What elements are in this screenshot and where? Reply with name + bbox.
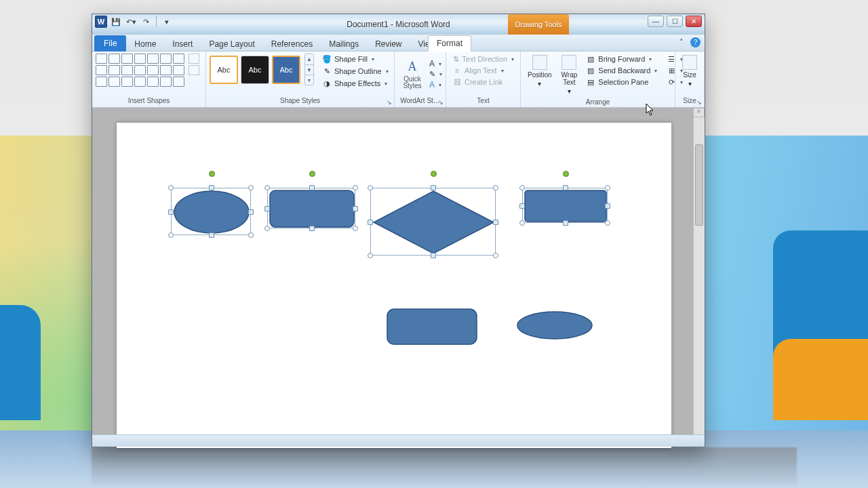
shape-option[interactable] (96, 77, 107, 87)
shape-option[interactable] (108, 54, 120, 64)
shape-option[interactable] (147, 77, 159, 87)
document-workspace[interactable]: ≡ (92, 108, 705, 434)
tab-page-layout[interactable]: Page Layout (201, 37, 262, 52)
tab-review[interactable]: Review (367, 37, 410, 52)
tab-insert[interactable]: Insert (164, 37, 201, 52)
edit-shape-button[interactable] (189, 54, 199, 64)
selection-diamond[interactable] (370, 188, 496, 256)
status-bar[interactable] (92, 434, 705, 447)
split-handle[interactable]: ≡ (693, 108, 705, 117)
vertical-scrollbar[interactable] (693, 117, 705, 434)
rotate-handle[interactable] (309, 171, 315, 177)
shape-option[interactable] (96, 65, 107, 75)
shape-option[interactable] (147, 54, 159, 64)
shape-option[interactable] (108, 77, 120, 87)
shape-fill-button[interactable]: 🪣Shape Fill▾ (319, 54, 391, 64)
shape-option[interactable] (121, 65, 133, 75)
minimize-button[interactable]: — (648, 16, 664, 27)
bring-forward-button[interactable]: ▧Bring Forward▾ (583, 54, 660, 64)
shape-option[interactable] (134, 54, 146, 64)
rotate-handle[interactable] (431, 171, 437, 177)
contextual-tab-drawing-tools: Drawing Tools (508, 14, 569, 35)
title-bar[interactable]: W 💾 ↶▾ ↷ ▾ Document1 - Microsoft Word Dr… (92, 14, 705, 35)
save-button[interactable]: 💾 (110, 16, 122, 28)
group-arrange: Position▾ Wrap Text▾ ▧Bring Forward▾ ▨Se… (521, 52, 675, 107)
document-page[interactable] (117, 123, 671, 448)
shape-option[interactable] (96, 54, 107, 64)
dialog-launcher[interactable]: ↘ (437, 98, 444, 106)
deco-shape (773, 339, 868, 420)
svg-point-0 (174, 191, 249, 233)
qat-customize[interactable]: ▾ (161, 16, 173, 28)
shape-option[interactable] (160, 77, 172, 87)
shape-option[interactable] (121, 77, 133, 87)
tab-home[interactable]: Home (126, 37, 164, 52)
text-effects-button[interactable]: A▾ (429, 80, 442, 89)
app-icon[interactable]: W (95, 16, 107, 28)
rotate-handle[interactable] (209, 171, 215, 177)
tab-format[interactable]: Format (428, 35, 471, 52)
shape-option[interactable] (108, 65, 120, 75)
rotate-handle[interactable] (563, 171, 569, 177)
shape-outline-button[interactable]: ✎Shape Outline▾ (319, 66, 391, 77)
shape-option[interactable] (121, 54, 133, 64)
dialog-launcher[interactable]: ↘ (695, 98, 703, 106)
send-backward-icon: ▨ (586, 66, 595, 75)
quick-styles-button[interactable]: A (405, 60, 420, 75)
window-reflection (92, 447, 797, 488)
tab-references[interactable]: References (263, 37, 321, 52)
tab-mailings[interactable]: Mailings (321, 37, 367, 52)
dialog-launcher[interactable]: ↘ (385, 98, 393, 106)
create-link-button[interactable]: ⛓Create Link (450, 77, 517, 87)
group-text: ⇅Text Direction▾ ≡Align Text▾ ⛓Create Li… (446, 52, 521, 107)
shape-rounded-rect[interactable] (268, 188, 355, 228)
send-backward-button[interactable]: ▨Send Backward▾ (583, 65, 660, 76)
tab-file[interactable]: File (94, 35, 126, 52)
shape-effects-button[interactable]: ◑Shape Effects▾ (319, 78, 391, 89)
shape-rounded-rect[interactable] (387, 308, 477, 345)
text-outline-button[interactable]: ✎▾ (429, 70, 442, 79)
text-box-button[interactable] (189, 65, 199, 75)
scrollbar-thumb[interactable] (695, 144, 703, 226)
style-swatch-3[interactable]: Abc (272, 56, 300, 84)
ribbon-tabs: File Home Insert Page Layout References … (92, 35, 705, 52)
shape-option[interactable] (173, 65, 184, 75)
style-swatch-1[interactable]: Abc (210, 56, 238, 84)
shape-option[interactable] (134, 77, 146, 87)
undo-button[interactable]: ↶▾ (125, 16, 137, 28)
gallery-more[interactable]: ▲▼▾ (304, 54, 314, 85)
maximize-button[interactable]: ☐ (667, 16, 683, 27)
shape-option[interactable] (173, 54, 184, 64)
shape-option[interactable] (134, 65, 146, 75)
selection-rect[interactable] (522, 188, 608, 223)
align-text-button[interactable]: ≡Align Text▾ (450, 65, 517, 76)
group-shape-styles: Abc Abc Abc ▲▼▾ 🪣Shape Fill▾ ✎Shape Outl… (206, 52, 395, 107)
size-button[interactable]: Size▾ (679, 54, 701, 89)
shape-styles-gallery[interactable]: Abc Abc Abc ▲▼▾ (210, 54, 314, 85)
shape-option[interactable] (160, 65, 172, 75)
size-icon (682, 55, 697, 70)
shape-ellipse[interactable] (172, 188, 250, 235)
shape-option[interactable] (147, 65, 159, 75)
group-wordart-styles: A Quick Styles A▾ ✎▾ A▾ WordArt St… ↘ (395, 52, 446, 107)
collapse-ribbon-button[interactable]: ˄ (676, 37, 686, 47)
selection-rounded-rect[interactable] (267, 188, 355, 228)
style-swatch-2[interactable]: Abc (241, 56, 269, 84)
redo-button[interactable]: ↷ (140, 16, 152, 28)
wrap-text-button[interactable]: Wrap Text▾ (558, 54, 581, 96)
text-fill-button[interactable]: A▾ (429, 59, 442, 68)
shape-rect[interactable] (523, 188, 607, 222)
text-direction-button[interactable]: ⇅Text Direction▾ (450, 54, 517, 64)
shape-option[interactable] (160, 54, 172, 64)
selection-pane-button[interactable]: ▤Selection Pane (583, 77, 660, 87)
close-button[interactable]: ✕ (686, 16, 702, 27)
shape-ellipse[interactable] (517, 311, 593, 340)
shape-diamond[interactable] (371, 188, 495, 255)
selection-ellipse[interactable] (171, 188, 251, 235)
svg-marker-2 (374, 191, 494, 253)
shape-option[interactable] (173, 77, 184, 87)
help-button[interactable]: ? (690, 37, 701, 47)
bucket-icon: 🪣 (322, 54, 332, 64)
position-button[interactable]: Position▾ (524, 54, 555, 89)
shapes-gallery[interactable] (96, 54, 184, 87)
